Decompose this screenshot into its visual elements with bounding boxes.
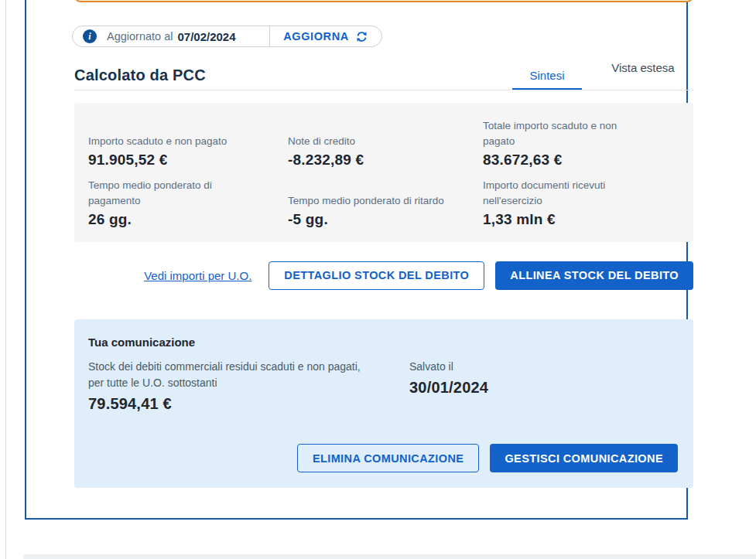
- saved-date: 30/01/2024: [409, 379, 678, 397]
- warning-alert-box: [74, 0, 693, 2]
- saved-label: Salvato il: [409, 359, 678, 375]
- tab-vista-estesa[interactable]: Vista estesa: [608, 62, 678, 74]
- refresh-button-label: AGGIORNA: [283, 30, 349, 43]
- amount-label: Stock dei debiti commerciali residui sca…: [88, 359, 367, 391]
- stat-importo-scaduto: Importo scaduto e non pagato 91.905,52 €: [88, 134, 288, 169]
- vedi-importi-link[interactable]: Vedi importi per U.O.: [144, 269, 251, 282]
- pcc-stats-panel: Importo scaduto e non pagato 91.905,52 €…: [74, 103, 693, 242]
- page-bottom-strip: [23, 554, 756, 559]
- updated-at-label: Aggiornato al: [107, 30, 173, 43]
- refresh-icon: [355, 30, 368, 43]
- stat-value: -5 gg.: [288, 211, 483, 228]
- dettaglio-stock-button[interactable]: DETTAGLIO STOCK DEL DEBITO: [269, 261, 484, 290]
- stat-label: Tempo medio ponderato di ritardo: [288, 193, 460, 209]
- page-root: i Aggiornato al 07/02/2024 AGGIORNA Calc…: [0, 0, 756, 559]
- stat-importo-documenti: Importo documenti ricevuti nell'esercizi…: [483, 178, 679, 228]
- stat-value: 26 gg.: [88, 211, 288, 228]
- allinea-stock-button[interactable]: ALLINEA STOCK DEL DEBITO: [495, 261, 693, 290]
- updated-at-date: 07/02/2024: [177, 30, 235, 43]
- stat-label: Totale importo scaduto e non pagato: [483, 118, 647, 149]
- stat-note-credito: Note di credito -8.232,89 €: [288, 134, 483, 169]
- elimina-comunicazione-button[interactable]: ELIMINA COMUNICAZIONE: [297, 444, 480, 472]
- tua-comunicazione-panel: Tua comunicazione Stock dei debiti comme…: [74, 319, 693, 488]
- stat-label: Tempo medio ponderato di pagamento: [88, 178, 260, 209]
- stat-value: -8.232,89 €: [288, 152, 483, 169]
- tab-sintesi[interactable]: Sintesi: [512, 69, 582, 82]
- comunicazione-title: Tua comunicazione: [88, 336, 678, 349]
- stat-label: Importo scaduto e non pagato: [88, 134, 288, 149]
- stat-value: 91.905,52 €: [88, 152, 288, 169]
- comunicazione-buttons-row: ELIMINA COMUNICAZIONE GESTISCI COMUNICAZ…: [88, 444, 678, 472]
- stat-label: Importo documenti ricevuti nell'esercizi…: [483, 178, 655, 209]
- comunicazione-amount-cell: Stock dei debiti commerciali residui sca…: [88, 359, 409, 413]
- tabs-divider: [74, 90, 693, 90]
- stock-actions-row: Vedi importi per U.O. DETTAGLIO STOCK DE…: [74, 261, 693, 290]
- stat-tempo-ritardo: Tempo medio ponderato di ritardo -5 gg.: [288, 193, 483, 228]
- stat-label: Note di credito: [288, 134, 483, 149]
- stat-tempo-pagamento: Tempo medio ponderato di pagamento 26 gg…: [88, 178, 288, 228]
- amount-value: 79.594,41 €: [88, 395, 409, 413]
- gestisci-comunicazione-button[interactable]: GESTISCI COMUNICAZIONE: [490, 444, 678, 472]
- update-status-pill: i Aggiornato al 07/02/2024 AGGIORNA: [72, 26, 382, 47]
- left-border-line: [5, 0, 6, 559]
- stock-debito-card: i Aggiornato al 07/02/2024 AGGIORNA Calc…: [25, 0, 688, 520]
- stat-value: 83.672,63 €: [483, 152, 679, 169]
- refresh-button[interactable]: AGGIORNA: [270, 30, 381, 43]
- comunicazione-saved-cell: Salvato il 30/01/2024: [409, 359, 678, 413]
- info-icon[interactable]: i: [83, 29, 97, 43]
- stat-totale-importo: Totale importo scaduto e non pagato 83.6…: [483, 118, 679, 169]
- update-status-left: i Aggiornato al 07/02/2024: [73, 29, 269, 43]
- stat-value: 1,33 mln €: [483, 211, 679, 228]
- section-title: Calcolato da PCC: [74, 66, 206, 84]
